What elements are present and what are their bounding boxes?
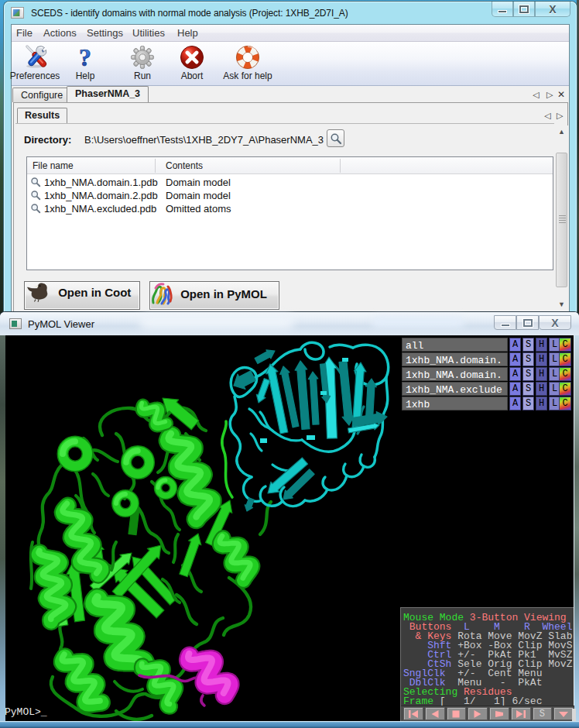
svg-text:?: ? — [79, 45, 91, 70]
